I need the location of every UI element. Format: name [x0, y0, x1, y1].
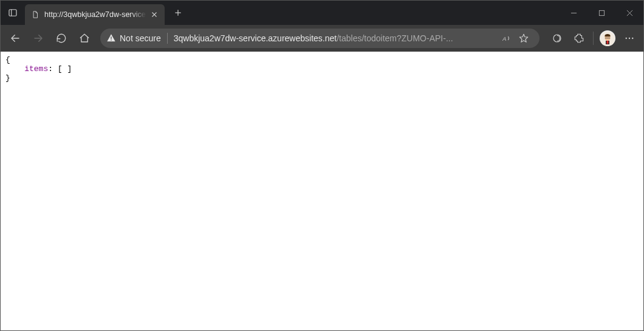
url-host: 3qwbkjua2w7dw-service.azurewebsites.net	[174, 33, 337, 43]
minimize-button[interactable]	[560, 1, 587, 25]
new-tab-button[interactable]	[168, 3, 188, 22]
svg-rect-19	[607, 41, 609, 44]
toolbar: Not secure 3qwbkjua2w7dw-service.azurewe…	[1, 25, 643, 52]
json-line-2-rest: : [ ]	[48, 64, 72, 73]
close-window-button[interactable]	[615, 1, 643, 25]
svg-rect-7	[599, 10, 604, 15]
json-line-3: }	[5, 73, 10, 83]
tab-title: http://3qwbkjua2w7dw-service.a	[44, 10, 146, 19]
svg-rect-0	[9, 10, 16, 16]
browser-tab[interactable]: http://3qwbkjua2w7dw-service.a	[25, 4, 165, 25]
home-button[interactable]	[74, 27, 95, 49]
svg-point-25	[632, 38, 633, 39]
back-button[interactable]	[4, 27, 26, 49]
toolbar-right	[547, 27, 640, 49]
extensions-icon[interactable]	[569, 27, 589, 49]
svg-marker-15	[519, 34, 528, 42]
svg-rect-12	[111, 36, 111, 39]
tab-strip-left: http://3qwbkjua2w7dw-service.a	[1, 1, 188, 25]
settings-menu-button[interactable]	[619, 27, 640, 49]
security-warning-icon	[106, 33, 116, 43]
svg-point-24	[629, 38, 630, 39]
url-display: 3qwbkjua2w7dw-service.azurewebsites.net/…	[174, 33, 498, 43]
toolbar-divider	[593, 32, 594, 45]
tab-actions-button[interactable]	[1, 1, 25, 25]
favorites-icon[interactable]	[515, 29, 532, 48]
tab-strip: http://3qwbkjua2w7dw-service.a	[1, 1, 643, 25]
close-tab-icon[interactable]	[150, 10, 159, 19]
maximize-button[interactable]	[587, 1, 615, 25]
page-content: { items: [ ] }	[1, 52, 643, 330]
window-controls	[560, 1, 643, 25]
address-separator	[167, 33, 168, 44]
svg-point-23	[626, 38, 627, 39]
url-path: /tables/todoitem?ZUMO-API-...	[337, 33, 453, 43]
bing-button[interactable]	[547, 27, 567, 49]
address-bar[interactable]: Not secure 3qwbkjua2w7dw-service.azurewe…	[100, 29, 540, 48]
read-aloud-icon[interactable]: A	[498, 29, 515, 48]
profile-avatar[interactable]	[600, 30, 615, 46]
json-line-1: {	[5, 55, 10, 64]
forward-button[interactable]	[27, 27, 49, 49]
refresh-button[interactable]	[50, 27, 72, 49]
svg-text:A: A	[502, 36, 506, 42]
security-label: Not secure	[120, 33, 161, 43]
json-key-items: items	[24, 64, 48, 73]
document-icon	[31, 10, 39, 19]
svg-rect-13	[111, 39, 111, 40]
